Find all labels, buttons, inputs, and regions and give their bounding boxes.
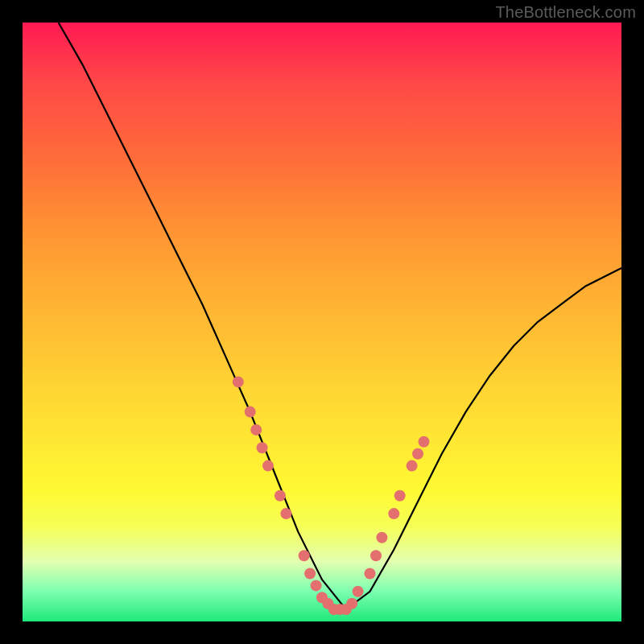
curve-layer (23, 23, 621, 621)
curve-marker (346, 598, 357, 609)
chart-frame: TheBottleneck.com (0, 0, 644, 644)
curve-marker (280, 508, 291, 519)
curve-marker (376, 532, 387, 543)
curve-marker (304, 568, 316, 580)
curve-marker (257, 442, 268, 453)
bottleneck-curve (59, 23, 621, 609)
curve-marker (412, 448, 423, 460)
curve-marker (262, 460, 274, 472)
curve-marker (365, 568, 376, 580)
curve-marker (388, 508, 399, 519)
curve-marker (370, 550, 382, 561)
curve-markers (233, 376, 430, 615)
curve-marker (233, 376, 244, 387)
watermark-text: TheBottleneck.com (495, 3, 636, 22)
curve-marker (353, 586, 364, 597)
curve-marker (275, 490, 286, 502)
curve-marker (419, 436, 430, 448)
plot-area (23, 23, 621, 621)
curve-marker (311, 580, 322, 591)
curve-marker (299, 550, 310, 561)
curve-marker (394, 490, 406, 502)
curve-marker (407, 460, 418, 472)
curve-marker (250, 424, 262, 436)
curve-marker (245, 407, 256, 418)
